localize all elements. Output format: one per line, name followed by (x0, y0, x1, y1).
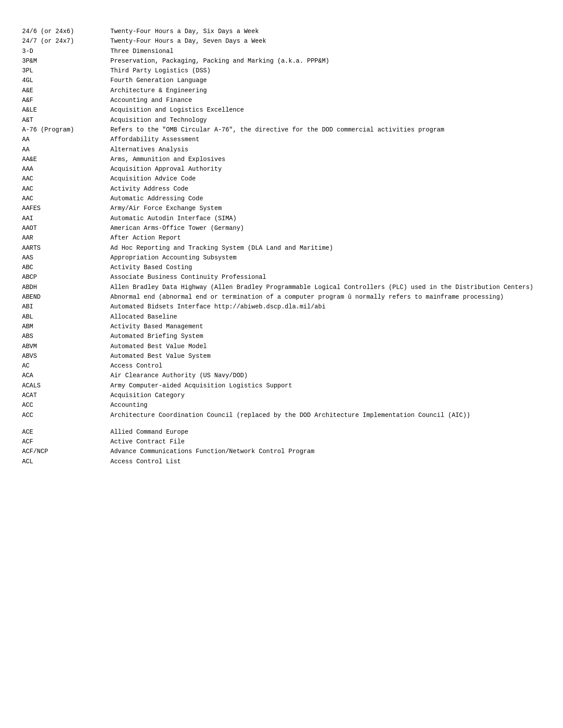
abbreviation: 4GL (22, 75, 110, 85)
definition: Abnormal end (abnormal end or terminatio… (110, 292, 541, 302)
definition: Twenty-Four Hours a Day, Seven Days a We… (110, 36, 541, 46)
abbreviation: ABC (22, 263, 110, 272)
abbreviation: ABM (22, 322, 110, 331)
definition: Activity Address Code (110, 184, 541, 194)
definition: Acquisition and Technology (110, 115, 541, 125)
definition: Access Control (110, 361, 541, 371)
list-item: AAAlternatives Analysis (22, 145, 541, 154)
abbreviation: AAR (22, 233, 110, 243)
list-item: AAAAcquisition Approval Authority (22, 164, 541, 174)
definition: Access Control List (110, 457, 541, 466)
definition: Active Contract File (110, 437, 541, 447)
list-item: AARAfter Action Report (22, 233, 541, 243)
list-item: AACActivity Address Code (22, 184, 541, 194)
definition: Army/Air Force Exchange System (110, 203, 541, 213)
abbreviation: ACF/NCP (22, 447, 110, 456)
abbreviation: ACF (22, 437, 110, 447)
abbreviation: A-76 (Program) (22, 125, 110, 135)
abbreviation: ABS (22, 331, 110, 341)
abbreviation: ACC (22, 410, 110, 420)
list-item: ABSAutomated Briefing System (22, 331, 541, 341)
list-item: ACATAcquisition Category (22, 390, 541, 400)
definition: Fourth Generation Language (110, 75, 541, 85)
abbreviation: ACAT (22, 390, 110, 400)
abbreviation: A&LE (22, 105, 110, 115)
abbreviation: ACALS (22, 381, 110, 390)
definition: Advance Communications Function/Network … (110, 447, 541, 456)
definition: Refers to the "OMB Circular A-76", the d… (110, 125, 541, 135)
abbreviation: A&E (22, 86, 110, 95)
list-item: ACCArchitecture Coordination Council (re… (22, 410, 541, 420)
list-item: ACALSArmy Computer-aided Acquisition Log… (22, 381, 541, 390)
definition: Twenty-Four Hours a Day, Six Days a Week (110, 26, 541, 36)
list-item: ABLAllocated Baseline (22, 312, 541, 322)
list-item: ABIAutomated Bidsets Interface http://ab… (22, 302, 541, 311)
definition: Acquisition and Logistics Excellence (110, 105, 541, 115)
list-item: 3-DThree Dimensional (22, 46, 541, 56)
list-item: 4GLFourth Generation Language (22, 75, 541, 85)
definition: Preservation, Packaging, Packing and Mar… (110, 56, 541, 66)
list-item: AAAffordability Assessment (22, 135, 541, 144)
list-item: A&EArchitecture & Engineering (22, 86, 541, 95)
abbreviation: AA (22, 135, 110, 144)
definition: Appropriation Accounting Subsystem (110, 253, 541, 263)
list-item: ACCAccounting (22, 400, 541, 410)
definition: Automated Briefing System (110, 331, 541, 341)
abbreviation: AAS (22, 253, 110, 263)
list-item: AAFESArmy/Air Force Exchange System (22, 203, 541, 213)
list-item: ACAAir Clearance Authority (US Navy/DOD) (22, 371, 541, 380)
abbreviation: ABVS (22, 351, 110, 361)
definition: Architecture Coordination Council (repla… (110, 410, 541, 420)
definition: Air Clearance Authority (US Navy/DOD) (110, 371, 541, 380)
abbreviation: AAFES (22, 203, 110, 213)
definition: Allied Command Europe (110, 427, 541, 437)
list-item: ACEAllied Command Europe (22, 427, 541, 437)
abbreviation: ABVM (22, 341, 110, 351)
abbreviation: AARTS (22, 243, 110, 253)
list-item: ABMActivity Based Management (22, 322, 541, 331)
abbreviation: AA&E (22, 154, 110, 164)
definition: Associate Business Continuity Profession… (110, 272, 541, 282)
definition: Acquisition Category (110, 390, 541, 400)
list-item: AASAppropriation Accounting Subsystem (22, 253, 541, 263)
definition: American Arms-Office Tower (Germany) (110, 223, 541, 233)
list-item: ABVSAutomated Best Value System (22, 351, 541, 361)
definition: Activity Based Management (110, 322, 541, 331)
definition: Allocated Baseline (110, 312, 541, 322)
abbreviation: 3PL (22, 66, 110, 75)
list-item: 24/6 (or 24x6)Twenty-Four Hours a Day, S… (22, 26, 541, 36)
definition: After Action Report (110, 233, 541, 243)
definition: Automatic Addressing Code (110, 194, 541, 203)
definition: Alternatives Analysis (110, 145, 541, 154)
abbreviation: 3-D (22, 46, 110, 56)
list-item: AAOTAmerican Arms-Office Tower (Germany) (22, 223, 541, 233)
abbreviation: AAI (22, 214, 110, 223)
definition: Affordability Assessment (110, 135, 541, 144)
definition: Three Dimensional (110, 46, 541, 56)
list-item: ACF/NCPAdvance Communications Function/N… (22, 447, 541, 456)
abbreviation: AAC (22, 194, 110, 203)
abbreviation: 3P&M (22, 56, 110, 66)
definition: Ad Hoc Reporting and Tracking System (DL… (110, 243, 541, 253)
definition: Accounting (110, 400, 541, 410)
list-item: AACAutomatic Addressing Code (22, 194, 541, 203)
glossary-table: 24/6 (or 24x6)Twenty-Four Hours a Day, S… (22, 26, 541, 466)
abbreviation: 24/6 (or 24x6) (22, 26, 110, 36)
definition: Automated Best Value Model (110, 341, 541, 351)
list-item: A-76 (Program)Refers to the "OMB Circula… (22, 125, 541, 135)
spacer-row (22, 420, 541, 427)
list-item: ACAccess Control (22, 361, 541, 371)
abbreviation: ABI (22, 302, 110, 311)
abbreviation: A&T (22, 115, 110, 125)
list-item: ACLAccess Control List (22, 457, 541, 466)
abbreviation: ABDH (22, 282, 110, 292)
list-item: A&FAccounting and Finance (22, 95, 541, 105)
abbreviation: ACA (22, 371, 110, 380)
definition: Allen Bradley Data Highway (Allen Bradle… (110, 282, 541, 292)
definition: Automatic Autodin Interface (SIMA) (110, 214, 541, 223)
list-item: 3P&MPreservation, Packaging, Packing and… (22, 56, 541, 66)
list-item: ABDHAllen Bradley Data Highway (Allen Br… (22, 282, 541, 292)
definition: Architecture & Engineering (110, 86, 541, 95)
abbreviation: ACE (22, 427, 110, 437)
list-item: ABVMAutomated Best Value Model (22, 341, 541, 351)
